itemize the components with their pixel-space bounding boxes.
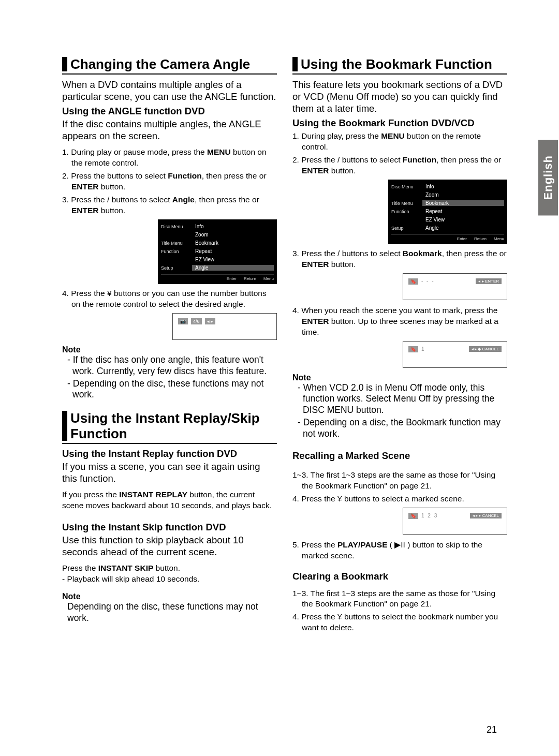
button-name: INSTANT REPLAY — [119, 490, 187, 499]
osd-right-item: EZ View — [422, 217, 504, 223]
osd-button: ◂ ▸ ▸ CANCEL — [470, 513, 502, 518]
small-instruction: Press the INSTANT SKIP button. — [62, 563, 277, 574]
intro-text: When a DVD contains multiple angles of a… — [62, 79, 277, 102]
bookmark-slots: - - - — [421, 278, 435, 284]
osd-right-item: Zoom — [192, 232, 274, 238]
angle-count: 4/6 — [191, 318, 202, 324]
subheading-instant-skip: Using the Instant Skip function DVD — [62, 522, 277, 533]
section-title-instant-replay: Using the Instant Replay/Skip Function — [62, 411, 277, 444]
step-4: 4. Press the ¥ buttons to select a marke… — [292, 494, 507, 505]
step-1-3: 1~3. The first 1~3 steps are the same as… — [292, 588, 507, 610]
step-text: 1. During play, press the — [292, 131, 381, 140]
osd-left-item: Setup — [161, 265, 192, 271]
button-name: ENTER — [302, 317, 329, 325]
step-list: 5. Press the PLAY/PAUSE ( ▶II ) button t… — [292, 540, 507, 561]
step-text: button. Up to three scenes may be marked… — [302, 317, 498, 336]
step-text: , then press the or — [436, 155, 501, 164]
osd-right-item: Info — [422, 184, 504, 189]
osd-footer-item: Enter — [227, 276, 237, 281]
subheading-recall-scene: Recalling a Marked Scene — [292, 450, 507, 462]
note-item: - Depending on the disc, these functions… — [67, 378, 277, 401]
text: button. — [153, 564, 180, 572]
note-heading: Note — [62, 345, 277, 354]
bookmark-slots: 1 — [421, 346, 425, 352]
osd-footer-item: Menu — [494, 236, 504, 241]
osd-left-item: Title Menu — [391, 201, 422, 206]
step-text: button. — [329, 260, 356, 269]
body-text: If you miss a scene, you can see it agai… — [62, 461, 277, 484]
osd-button: ◂ ▸ ENTER — [476, 278, 502, 284]
step-list: 3. Press the / buttons to select Bookmar… — [292, 248, 507, 270]
note-item: - When VCD 2.0 is in Menu Off mode only,… — [298, 382, 507, 417]
bookmark-icon: 🔖 — [408, 278, 418, 285]
osd-right-item: Repeat — [192, 248, 274, 254]
osd-left-item: Function — [391, 209, 422, 214]
step-4: 4. When you reach the scene you want to … — [292, 305, 507, 338]
button-name: ENTER — [71, 182, 99, 191]
step-2: 2. Press the / buttons to select Functio… — [292, 155, 507, 176]
button-name: Function — [403, 155, 436, 164]
step-text: 1. During play or pause mode, press the — [62, 147, 207, 156]
step-text: 3. Press the / buttons to select — [62, 195, 172, 204]
osd-right-item: Repeat — [422, 209, 504, 214]
step-list: 4. Press the ¥ buttons or you can use th… — [62, 288, 277, 310]
step-list: 1. During play, press the MENU button on… — [292, 131, 507, 176]
step-text: , then press the or — [202, 171, 267, 180]
step-1: 1. During play or pause mode, press the … — [62, 147, 277, 169]
camera-icon: 📷 — [178, 318, 188, 324]
button-name: PLAY/PAUSE — [337, 540, 387, 549]
step-text: 3. Press the / buttons to select — [292, 249, 403, 258]
step-3: 3. Press the / buttons to select Bookmar… — [292, 248, 507, 270]
osd-left-item: Disc Menu — [161, 224, 192, 229]
osd-footer-item: Menu — [263, 276, 274, 281]
left-column: Changing the Camera Angle When a DVD con… — [62, 57, 277, 635]
osd-footer: Enter Return Menu — [391, 234, 504, 241]
osd-menu-bookmark: Disc MenuInfo Zoom Title MenuBookmark Fu… — [388, 180, 507, 244]
osd-right-item: Zoom — [422, 192, 504, 198]
step-text: , then press the or — [195, 195, 259, 204]
note-item: Depending on the disc, these functions m… — [67, 601, 277, 624]
osd-bookmark-three: 🔖 1 2 3 ◂ ▸ ▸ CANCEL — [403, 508, 507, 535]
button-name: MENU — [207, 147, 231, 156]
subheading-angle-function: Using the ANGLE function DVD — [62, 106, 277, 117]
button-name: Bookmark — [403, 249, 442, 258]
step-4: 4. Press the ¥ buttons or you can use th… — [62, 288, 277, 310]
step-text: 4. When you reach the scene you want to … — [292, 306, 497, 315]
osd-footer-item: Return — [474, 236, 487, 241]
osd-bookmark-one: 🔖 1 ◂ ▸ ◆ CANCEL — [403, 341, 507, 368]
osd-right-item: Bookmark — [192, 240, 274, 246]
small-instruction: If you press the INSTANT REPLAY button, … — [62, 490, 277, 511]
step-text: 2. Press the buttons to select — [62, 171, 168, 180]
step-text: 5. Press the — [292, 540, 337, 549]
step-text: button. — [329, 166, 356, 175]
step-1-3: 1~3. The first 1~3 steps are the same as… — [292, 470, 507, 492]
step-5: 5. Press the PLAY/PAUSE ( ▶II ) button t… — [292, 540, 507, 561]
language-tab: English — [538, 140, 558, 215]
subheading-instant-replay: Using the Instant Replay function DVD — [62, 448, 277, 459]
osd-right-item: EZ View — [192, 257, 274, 262]
osd-right-item-highlighted: Angle — [192, 265, 274, 271]
button-name: INSTANT SKIP — [98, 564, 154, 572]
subheading-bookmark-function: Using the Bookmark Function DVD/VCD — [292, 117, 507, 129]
section-title-camera-angle: Changing the Camera Angle — [62, 57, 277, 75]
step-list: 1. During play or pause mode, press the … — [62, 147, 277, 216]
osd-left-item: Disc Menu — [391, 184, 422, 189]
button-name: MENU — [381, 131, 405, 140]
step-3: 3. Press the / buttons to select Angle, … — [62, 195, 277, 216]
osd-bookmark-empty: 🔖 - - - ◂ ▸ ENTER — [403, 273, 507, 300]
step-text: , then press the or — [442, 249, 507, 258]
step-list: 4. When you reach the scene you want to … — [292, 305, 507, 338]
button-name: Angle — [172, 195, 195, 204]
osd-right-item: Angle — [422, 225, 504, 231]
osd-footer-item: Return — [244, 276, 256, 281]
osd-footer-item: Enter — [457, 236, 467, 241]
small-instruction: - Playback will skip ahead 10 seconds. — [62, 574, 277, 585]
note-heading: Note — [62, 592, 277, 601]
osd-right-item-highlighted: Bookmark — [422, 200, 504, 206]
osd-angle-indicator: 📷 4/6 ◂ ▸ — [172, 313, 277, 340]
step-text: button. — [99, 182, 126, 191]
bookmark-icon: 🔖 — [408, 513, 418, 519]
intro-text: This feature lets you bookmark sections … — [292, 79, 507, 114]
step-4: 4. Press the ¥ buttons to select the boo… — [292, 612, 507, 633]
note-item: - If the disc has only one angle, this f… — [67, 354, 277, 377]
